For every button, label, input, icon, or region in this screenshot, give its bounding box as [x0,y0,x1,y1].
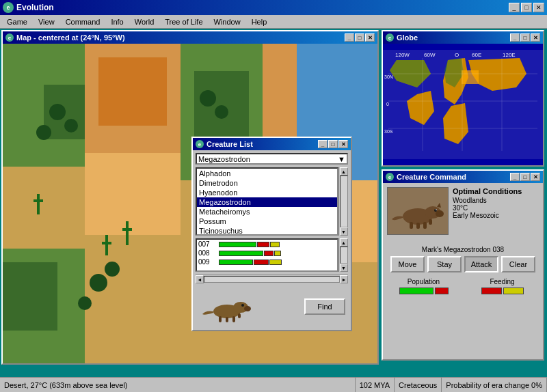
species-listbox[interactable]: Alphadon Dimetrodon Hyaenodon Megazostro… [196,167,338,236]
feeding-section: Feeding [466,278,539,295]
scroll-down-arrow[interactable]: ▼ [340,264,348,272]
menu-tree-of-life[interactable]: Tree of Life [159,16,208,27]
globe-window-icon: e [386,33,394,42]
svg-rect-6 [85,153,181,235]
map-maximize-button[interactable]: □ [355,33,364,42]
creature-thumb-svg [201,288,256,326]
creature-command-window: e Creature Command _ □ ✕ [382,169,544,361]
instance-id: 009 [198,258,217,266]
svg-point-21 [36,125,51,140]
selected-species: Megazostrodon [198,155,250,163]
creature-list-maximize[interactable]: □ [328,140,338,148]
menu-game[interactable]: Game [1,16,33,27]
svg-rect-30 [122,228,132,231]
instance-row[interactable]: 009 [197,257,337,266]
species-dropdown[interactable]: Megazostrodon ▼ [196,153,348,165]
menu-window[interactable]: Window [209,16,246,27]
species-scrollbar[interactable]: ▲ ▼ [338,167,348,236]
instance-listbox[interactable]: 007 008 [196,238,338,272]
stay-button[interactable]: Stay [427,256,462,272]
scroll-right-arrow[interactable]: ► [340,275,348,283]
app-window-controls: _ □ ✕ [509,3,544,12]
instance-bar-green [219,242,256,247]
instance-bar-yellow [269,260,282,265]
svg-rect-17 [98,57,167,126]
feeding-label: Feeding [466,278,539,285]
list-item[interactable]: Possum [197,216,337,226]
creature-image [387,187,449,235]
population-feeding-area: Population Feeding [387,278,539,295]
instance-id: 008 [198,249,217,257]
creature-cmd-maximize[interactable]: □ [520,173,530,181]
instance-row[interactable]: 008 [197,249,337,257]
app-close-button[interactable]: ✕ [533,3,544,12]
menu-world[interactable]: World [129,16,160,27]
globe-title: Globe [397,33,418,42]
svg-marker-65 [437,203,441,208]
list-item-selected[interactable]: Megazostrodon [197,197,337,207]
find-button[interactable]: Find [304,298,345,315]
app-maximize-button[interactable]: □ [521,3,532,12]
svg-point-20 [64,119,78,132]
menu-help[interactable]: Help [246,16,273,27]
list-item[interactable]: Hyaenodon [197,188,337,197]
scroll-track [204,276,340,283]
menu-info[interactable]: Info [105,16,129,27]
list-item[interactable]: Alphadon [197,169,337,178]
dropdown-arrow: ▼ [338,155,345,163]
svg-rect-72 [232,316,235,322]
scroll-left-arrow[interactable]: ◄ [196,275,204,283]
scroll-up-arrow[interactable]: ▲ [340,167,348,176]
map-close-button[interactable]: ✕ [365,33,375,42]
creature-list-content: Megazostrodon ▼ Alphadon Dimetrodon Hyae… [193,150,351,330]
svg-rect-71 [226,317,228,322]
status-era: Cretaceous [395,378,442,392]
app-minimize-button[interactable]: _ [509,3,520,12]
globe-window: e Globe _ □ ✕ 120W 60W O 60E 120E 30N 0 … [382,30,544,167]
svg-point-26 [215,105,228,119]
map-minimize-button[interactable]: _ [345,33,354,42]
globe-close-button[interactable]: ✕ [531,33,540,42]
svg-rect-29 [126,221,129,245]
creature-list-minimize[interactable]: _ [318,140,328,148]
creature-list-close[interactable]: ✕ [338,140,348,148]
scroll-up-arrow[interactable]: ▲ [340,238,348,247]
scroll-down-arrow[interactable]: ▼ [340,227,348,236]
svg-point-68 [244,306,251,311]
status-location: Desert, 27°C (633m above sea level) [0,378,356,392]
svg-rect-27 [105,235,108,255]
globe-maximize-button[interactable]: □ [520,33,530,42]
map-title-bar: e Map - centered at (24°N, 95°W) _ □ ✕ [3,31,377,44]
instance-bars [219,242,280,247]
clear-button[interactable]: Clear [501,256,535,272]
svg-rect-64 [429,219,432,225]
svg-point-19 [49,104,66,120]
list-item[interactable]: Dimetrodon [197,178,337,188]
instance-row[interactable]: 007 [197,240,337,249]
creature-list-title-bar: e Creature List _ □ ✕ [193,138,351,150]
creature-cmd-title: Creature Command [397,173,466,181]
instance-scrollbar[interactable]: ▲ ▼ [338,238,348,272]
svg-rect-62 [416,223,420,229]
status-probability: Probability of era change 0% [442,378,547,392]
creature-cmd-content: Optimal Conditions Woodlands 30°C Early … [383,183,543,359]
feed-bar-yellow [503,288,524,294]
svg-text:60E: 60E [472,52,481,58]
horizontal-scrollbar[interactable]: ◄ ► [196,275,348,283]
instance-bars [219,251,281,256]
menu-command[interactable]: Command [60,16,106,27]
list-item[interactable]: Ticinosuchus [197,226,337,236]
creature-cmd-minimize[interactable]: _ [510,173,520,181]
population-label: Population [387,278,460,285]
instance-id: 007 [198,240,217,248]
move-button[interactable]: Move [390,256,425,272]
creature-era: Early Mesozoic [453,212,539,219]
list-item[interactable]: Metacheiromys [197,207,337,216]
menu-view[interactable]: View [33,16,60,27]
globe-minimize-button[interactable]: _ [510,33,520,42]
globe-map-svg: 120W 60W O 60E 120E 30N 0 30S [383,44,543,165]
creature-animal-svg [390,191,445,232]
attack-button[interactable]: Attack [464,256,498,272]
svg-text:30N: 30N [384,74,393,79]
creature-cmd-close[interactable]: ✕ [531,173,540,181]
